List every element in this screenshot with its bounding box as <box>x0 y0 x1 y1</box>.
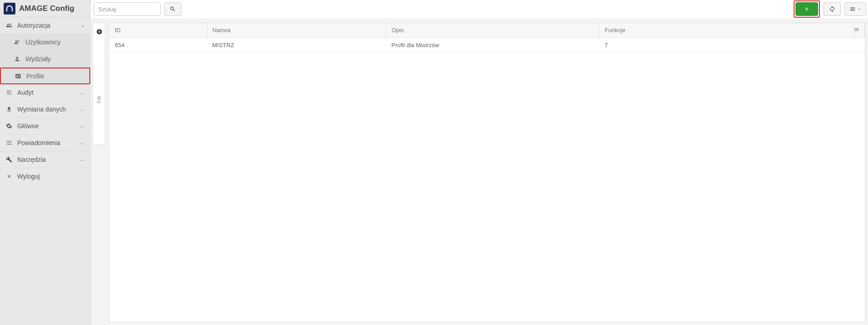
content-area: Filtr ID Nazwa Opis Funkcje 654 MISTRZ <box>91 18 868 325</box>
sidebar-section-wyloguj[interactable]: Wyloguj <box>0 168 90 185</box>
sidebar-section-label: Wyloguj <box>17 173 85 180</box>
col-header-opis[interactable]: Opis <box>386 23 599 38</box>
sidebar: AMAGE Config Autoryzacja ⌄ Użytkownicy W… <box>0 0 91 325</box>
brand: AMAGE Config <box>0 0 90 17</box>
search-icon <box>170 6 176 12</box>
cell-nazwa: MISTRZ <box>207 38 386 52</box>
col-header-funkcje[interactable]: Funkcje <box>599 23 854 38</box>
sidebar-section-label: Powiadomienia <box>17 139 80 146</box>
profiles-table: ID Nazwa Opis Funkcje 654 MISTRZ Profil … <box>109 23 865 53</box>
sidebar-item-label: Użytkownicy <box>25 39 61 46</box>
hamburger-icon <box>854 27 859 32</box>
list-icon <box>5 140 13 146</box>
add-button[interactable] <box>795 2 818 16</box>
sidebar-section-label: Wymiana danych <box>17 106 80 113</box>
sidebar-section-label: Narzędzia <box>17 156 80 163</box>
col-header-nazwa[interactable]: Nazwa <box>207 23 386 38</box>
gear-icon <box>5 123 13 129</box>
users-icon <box>5 22 13 29</box>
chevron-down-icon: ⌄ <box>81 23 85 29</box>
search-button[interactable] <box>164 2 181 16</box>
sidebar-item-wydzialy[interactable]: Wydziały <box>0 51 90 68</box>
table-row[interactable]: 654 MISTRZ Profil dla Mistrzów 7 <box>109 38 865 52</box>
cell-id: 654 <box>109 38 207 52</box>
sidebar-section-narzedzia[interactable]: Narzędzia ︿ <box>0 151 90 168</box>
chevron-down-icon <box>858 7 861 11</box>
download-icon <box>5 106 13 112</box>
sidebar-section-label: Audyt <box>17 89 80 96</box>
topbar <box>93 2 866 16</box>
arch-icon <box>5 5 14 13</box>
sidebar-section-label: Główne <box>17 122 80 130</box>
plus-circle-icon <box>96 29 102 35</box>
id-card-icon <box>15 73 22 79</box>
refresh-button[interactable] <box>824 2 841 16</box>
sidebar-section-autoryzacja[interactable]: Autoryzacja ⌄ <box>0 17 90 34</box>
brand-title: AMAGE Config <box>19 4 74 13</box>
x-icon <box>5 174 13 179</box>
chevron-up-icon: ︿ <box>80 89 85 96</box>
users-icon <box>14 39 21 45</box>
cell-menu <box>854 38 865 52</box>
user-icon <box>14 56 21 62</box>
chevron-up-icon: ︿ <box>80 156 85 163</box>
refresh-icon <box>829 6 835 12</box>
chevron-up-icon: ︿ <box>80 123 85 130</box>
sidebar-item-profile[interactable]: Profile <box>0 68 90 84</box>
filter-panel[interactable]: Filtr <box>93 23 105 145</box>
list-icon <box>5 89 13 96</box>
sidebar-section-label: Autoryzacja <box>17 22 81 29</box>
tools-icon <box>5 156 13 163</box>
hamburger-icon <box>849 6 856 12</box>
filter-label: Filtr <box>97 96 102 103</box>
search-input[interactable] <box>93 2 161 16</box>
cell-opis: Profil dla Mistrzów <box>386 38 599 52</box>
sidebar-subitems-autoryzacja: Użytkownicy Wydziały Profile <box>0 34 90 84</box>
cell-funkcje: 7 <box>599 38 854 52</box>
table-container: ID Nazwa Opis Funkcje 654 MISTRZ Profil … <box>109 23 865 322</box>
sidebar-section-powiadomienia[interactable]: Powiadomienia ︿ <box>0 135 90 151</box>
col-header-menu[interactable] <box>854 23 865 38</box>
menu-button[interactable] <box>844 2 866 16</box>
sidebar-item-label: Wydziały <box>25 55 51 63</box>
brand-logo <box>4 3 15 15</box>
plus-icon <box>804 6 810 12</box>
sidebar-item-label: Profile <box>26 73 44 80</box>
sidebar-section-audyt[interactable]: Audyt ︿ <box>0 84 90 101</box>
col-header-id[interactable]: ID <box>109 23 207 38</box>
chevron-up-icon: ︿ <box>80 140 85 146</box>
chevron-up-icon: ︿ <box>80 106 85 113</box>
sidebar-item-uzytkownicy[interactable]: Użytkownicy <box>0 34 90 51</box>
sidebar-section-wymiana-danych[interactable]: Wymiana danych ︿ <box>0 101 90 118</box>
table-header-row: ID Nazwa Opis Funkcje <box>109 23 865 38</box>
sidebar-section-glowne[interactable]: Główne ︿ <box>0 118 90 135</box>
add-button-highlight <box>794 0 820 18</box>
